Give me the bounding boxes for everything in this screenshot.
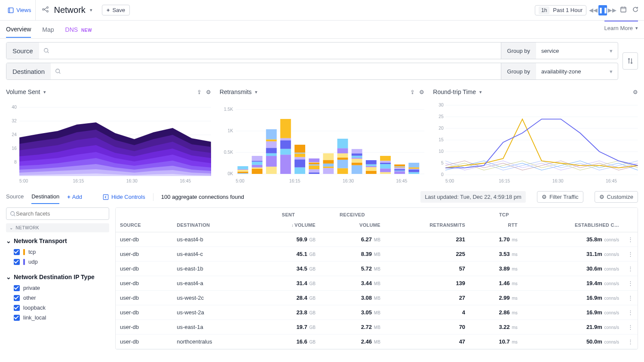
col-destination[interactable]: DESTINATION xyxy=(172,218,257,232)
connections-table: SENT RECEIVED TCP SOURCE DESTINATION ↓VO… xyxy=(116,208,638,349)
cell-established: 50.0m conns/s xyxy=(522,335,623,349)
table-row[interactable]: user-db us-east4-b 59.9 GB 6.27 MB 231 1… xyxy=(116,232,638,247)
tab-overview[interactable]: Overview xyxy=(6,21,31,38)
chart-export-icon[interactable]: ⇪ xyxy=(410,89,415,95)
table-row[interactable]: user-db us-west-2a 23.8 GB 3.05 MB 4 2.8… xyxy=(116,305,638,320)
svg-text:1.5K: 1.5K xyxy=(224,107,233,112)
cell-established: 19.4m conns/s xyxy=(522,276,623,291)
table-row[interactable]: user-db us-west-2c 28.4 GB 3.08 MB 27 2.… xyxy=(116,291,638,305)
facet-item-label: private xyxy=(23,285,40,291)
col-source[interactable]: SOURCE xyxy=(116,218,172,232)
save-label: Save xyxy=(112,7,125,13)
results-tab-source[interactable]: Source xyxy=(6,190,24,204)
table-row[interactable]: user-db northcentralus 16.6 GB 2.46 MB 4… xyxy=(116,335,638,349)
col-established[interactable]: ESTABLISHED C… xyxy=(522,218,623,232)
chart-settings-icon[interactable]: ⚙ xyxy=(419,89,424,95)
svg-rect-43 xyxy=(251,167,262,169)
calendar-button[interactable] xyxy=(618,5,629,15)
time-back-button[interactable]: ◀◀ xyxy=(589,5,598,15)
facet-iptype-item[interactable]: loopback xyxy=(6,303,109,313)
source-groupby-label: Group by xyxy=(501,43,536,59)
chart-retransmits[interactable]: 1.5K 1K 0.5K 0K 5:00 16:15 16:30 16:45 xyxy=(220,99,425,185)
cell-established: 16.9m conns/s xyxy=(522,291,623,305)
row-menu-button[interactable]: ⋮ xyxy=(623,335,638,349)
row-menu-button[interactable]: ⋮ xyxy=(623,276,638,291)
col-retransmits[interactable]: RETRANSMITS xyxy=(385,218,469,232)
results-tab-destination[interactable]: Destination xyxy=(31,190,59,204)
cell-retransmits: 139 xyxy=(385,276,469,291)
time-forward-button[interactable]: ▶▶ xyxy=(608,5,616,15)
col-rtt[interactable]: RTT xyxy=(469,218,522,232)
svg-rect-99 xyxy=(380,163,391,164)
sort-desc-icon: ↓ xyxy=(291,223,294,228)
table-row[interactable]: user-db us-east-1a 19.7 GB 2.72 MB 70 3.… xyxy=(116,320,638,335)
results-add-button[interactable]: + Add xyxy=(67,190,82,204)
facet-iptype-header[interactable]: ⌄ Network Destination IP Type xyxy=(6,271,109,283)
source-filter-input[interactable] xyxy=(52,47,497,54)
cell-received: 3.05 MB xyxy=(320,305,385,320)
row-menu-button[interactable]: ⋮ xyxy=(623,232,638,247)
facet-transport-header[interactable]: ⌄ Network Transport xyxy=(6,235,109,247)
svg-text:5:00: 5:00 xyxy=(445,179,454,183)
svg-rect-64 xyxy=(294,152,305,153)
facet-iptype-item[interactable]: private xyxy=(6,283,109,293)
checkbox-checked-icon xyxy=(14,249,20,255)
learn-more-dropdown[interactable]: Learn More ▾ xyxy=(604,25,638,31)
facet-search-input[interactable] xyxy=(16,210,105,217)
chart-rtt[interactable]: 30 25 20 15 10 5 0 5:00 16:15 16:30 16:4… xyxy=(433,99,638,185)
source-filter-label: Source xyxy=(6,43,39,59)
col-received-volume[interactable]: VOLUME xyxy=(320,218,385,232)
chart-volume-sent-menu[interactable]: ▾ xyxy=(43,89,46,95)
source-groupby-select[interactable]: service ▾ xyxy=(536,43,618,59)
refresh-button[interactable] xyxy=(630,5,641,15)
facet-iptype-item[interactable]: link_local xyxy=(6,313,109,322)
gear-icon: ⚙ xyxy=(542,194,547,200)
title-dropdown[interactable]: ▾ xyxy=(90,7,92,13)
tab-dns-label: DNS xyxy=(65,26,78,33)
svg-rect-37 xyxy=(237,173,248,174)
row-menu-button[interactable]: ⋮ xyxy=(623,305,638,320)
chart-export-icon[interactable]: ⇪ xyxy=(197,89,202,95)
timerange-picker[interactable]: 1h Past 1 Hour xyxy=(535,5,586,15)
customize-button[interactable]: ⚙ Customize xyxy=(595,191,638,203)
svg-text:16:45: 16:45 xyxy=(396,179,407,183)
svg-point-137 xyxy=(11,211,15,215)
col-sent-volume[interactable]: ↓VOLUME xyxy=(257,218,320,232)
facet-group-network[interactable]: ⌄ NETWORK xyxy=(6,223,109,232)
cell-received: 5.72 MB xyxy=(320,262,385,276)
table-row[interactable]: user-db us-east-1b 34.5 GB 5.72 MB 57 3.… xyxy=(116,262,638,276)
chart-retransmits-menu[interactable]: ▾ xyxy=(255,89,258,95)
svg-rect-60 xyxy=(294,167,305,174)
svg-text:0K: 0K xyxy=(227,171,233,176)
save-button[interactable]: + Save xyxy=(102,5,130,15)
facet-transport-item[interactable]: udp xyxy=(6,257,109,267)
cell-established: 21.9m conns/s xyxy=(522,320,623,335)
chart-rtt-menu[interactable]: ▾ xyxy=(479,89,482,95)
chart-volume-sent[interactable]: 40 32 24 16 8 5:00 16:15 16:30 xyxy=(6,99,211,185)
hide-controls-button[interactable]: Hide Controls xyxy=(103,194,145,200)
table-row[interactable]: user-db us-east4-a 31.4 GB 3.44 MB 139 1… xyxy=(116,276,638,291)
facet-iptype-item[interactable]: other xyxy=(6,293,109,303)
tab-map[interactable]: Map xyxy=(42,22,54,37)
facet-transport-item[interactable]: tcp xyxy=(6,247,109,257)
filter-traffic-button[interactable]: ⚙ Filter Traffic xyxy=(537,191,583,203)
views-button[interactable]: Views xyxy=(3,0,36,20)
svg-point-2 xyxy=(43,9,44,10)
row-menu-button[interactable]: ⋮ xyxy=(623,291,638,305)
row-menu-button[interactable]: ⋮ xyxy=(623,320,638,335)
row-menu-button[interactable]: ⋮ xyxy=(623,247,638,262)
destination-filter-input[interactable] xyxy=(64,68,496,75)
svg-rect-110 xyxy=(408,170,419,172)
tab-dns[interactable]: DNS NEW xyxy=(65,22,92,37)
chart-settings-icon[interactable]: ⚙ xyxy=(206,89,211,95)
chart-settings-icon[interactable]: ⚙ xyxy=(633,89,638,95)
row-menu-button[interactable]: ⋮ xyxy=(623,262,638,276)
time-pause-button[interactable]: ❚❚ xyxy=(598,5,607,15)
destination-groupby-select[interactable]: availability-zone ▾ xyxy=(536,63,618,79)
facet-search[interactable] xyxy=(6,207,109,220)
timerange-badge: 1h xyxy=(539,6,549,14)
svg-rect-56 xyxy=(280,149,291,155)
search-icon xyxy=(10,211,16,217)
table-row[interactable]: user-db us-east4-c 45.1 GB 8.39 MB 225 3… xyxy=(116,247,638,262)
swap-src-dst-button[interactable] xyxy=(623,52,638,70)
